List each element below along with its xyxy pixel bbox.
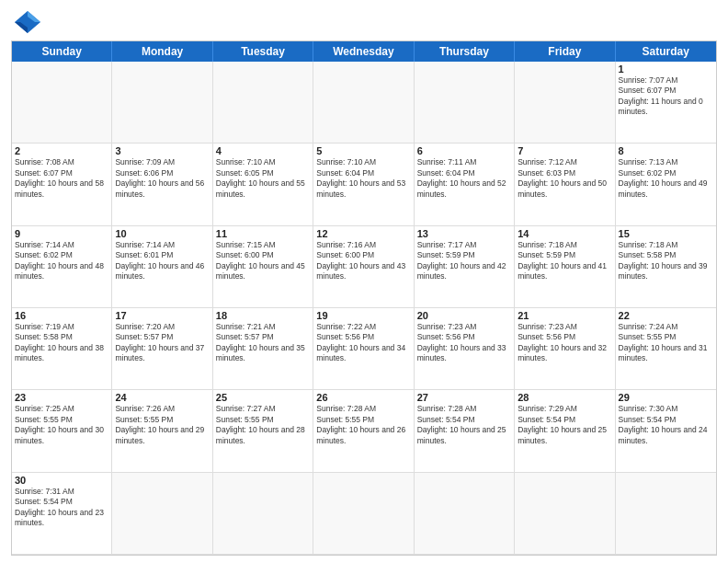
day-cell-4: 4Sunrise: 7:10 AMSunset: 6:05 PMDaylight… (213, 144, 313, 225)
day-number: 30 (15, 475, 108, 486)
day-number: 6 (417, 145, 511, 156)
logo-icon (11, 9, 44, 35)
day-cell-5: 5Sunrise: 7:10 AMSunset: 6:04 PMDaylight… (313, 144, 414, 225)
day-cell-18: 18Sunrise: 7:21 AMSunset: 5:57 PMDayligh… (213, 308, 313, 390)
day-number: 8 (619, 145, 713, 156)
cell-info: Sunrise: 7:26 AMSunset: 5:55 PMDaylight:… (115, 404, 209, 446)
cell-info: Sunrise: 7:31 AMSunset: 5:54 PMDaylight:… (15, 487, 108, 529)
cell-info: Sunrise: 7:11 AMSunset: 6:04 PMDaylight:… (417, 157, 511, 200)
day-number: 10 (115, 228, 209, 239)
cell-info: Sunrise: 7:29 AMSunset: 5:54 PMDaylight:… (518, 404, 611, 446)
day-cell-2: 2Sunrise: 7:08 AMSunset: 6:07 PMDaylight… (12, 144, 112, 225)
day-header-monday: Monday (112, 41, 212, 62)
day-number: 28 (518, 392, 611, 403)
cell-info: Sunrise: 7:16 AMSunset: 6:00 PMDaylight:… (316, 240, 410, 282)
cell-info: Sunrise: 7:14 AMSunset: 6:01 PMDaylight:… (115, 240, 209, 282)
cell-info: Sunrise: 7:23 AMSunset: 5:56 PMDaylight:… (518, 322, 611, 364)
empty-cell (415, 473, 515, 555)
day-number: 5 (316, 145, 410, 156)
day-cell-15: 15Sunrise: 7:18 AMSunset: 5:58 PMDayligh… (616, 226, 716, 308)
cell-info: Sunrise: 7:13 AMSunset: 6:02 PMDaylight:… (619, 157, 713, 200)
cell-info: Sunrise: 7:30 AMSunset: 5:54 PMDaylight:… (619, 404, 713, 446)
day-cell-9: 9Sunrise: 7:14 AMSunset: 6:02 PMDaylight… (12, 226, 112, 308)
day-number: 11 (216, 228, 310, 239)
empty-cell (313, 62, 414, 144)
day-header-saturday: Saturday (616, 41, 716, 62)
logo (11, 9, 48, 35)
cell-info: Sunrise: 7:17 AMSunset: 5:59 PMDaylight:… (417, 240, 511, 282)
day-cell-3: 3Sunrise: 7:09 AMSunset: 6:06 PMDaylight… (112, 144, 212, 225)
day-cell-17: 17Sunrise: 7:20 AMSunset: 5:57 PMDayligh… (112, 308, 212, 390)
day-number: 23 (15, 392, 108, 403)
day-cell-29: 29Sunrise: 7:30 AMSunset: 5:54 PMDayligh… (616, 390, 716, 472)
day-number: 24 (115, 392, 209, 403)
day-number: 26 (316, 392, 410, 403)
empty-cell (12, 62, 112, 144)
day-cell-14: 14Sunrise: 7:18 AMSunset: 5:59 PMDayligh… (515, 226, 615, 308)
day-number: 4 (216, 145, 310, 156)
empty-cell (313, 473, 414, 555)
cell-info: Sunrise: 7:10 AMSunset: 6:05 PMDaylight:… (216, 157, 310, 200)
cell-info: Sunrise: 7:14 AMSunset: 6:02 PMDaylight:… (15, 240, 108, 282)
empty-cell (515, 473, 615, 555)
page: SundayMondayTuesdayWednesdayThursdayFrid… (0, 0, 728, 563)
cell-info: Sunrise: 7:19 AMSunset: 5:58 PMDaylight:… (15, 322, 108, 364)
calendar: SundayMondayTuesdayWednesdayThursdayFrid… (11, 40, 717, 556)
day-cell-11: 11Sunrise: 7:15 AMSunset: 6:00 PMDayligh… (213, 226, 313, 308)
day-cell-13: 13Sunrise: 7:17 AMSunset: 5:59 PMDayligh… (415, 226, 515, 308)
day-header-tuesday: Tuesday (213, 41, 313, 62)
day-number: 20 (417, 310, 511, 321)
day-cell-26: 26Sunrise: 7:28 AMSunset: 5:55 PMDayligh… (313, 390, 414, 472)
day-number: 17 (115, 310, 209, 321)
day-number: 13 (417, 228, 511, 239)
cell-info: Sunrise: 7:21 AMSunset: 5:57 PMDaylight:… (216, 322, 310, 364)
day-cell-10: 10Sunrise: 7:14 AMSunset: 6:01 PMDayligh… (112, 226, 212, 308)
day-cell-20: 20Sunrise: 7:23 AMSunset: 5:56 PMDayligh… (415, 308, 515, 390)
cell-info: Sunrise: 7:24 AMSunset: 5:55 PMDaylight:… (619, 322, 713, 364)
day-number: 7 (518, 145, 611, 156)
day-cell-21: 21Sunrise: 7:23 AMSunset: 5:56 PMDayligh… (515, 308, 615, 390)
empty-cell (112, 62, 212, 144)
cell-info: Sunrise: 7:27 AMSunset: 5:55 PMDaylight:… (216, 404, 310, 446)
day-cell-22: 22Sunrise: 7:24 AMSunset: 5:55 PMDayligh… (616, 308, 716, 390)
day-number: 19 (316, 310, 410, 321)
empty-cell (616, 473, 716, 555)
empty-cell (515, 62, 615, 144)
cell-info: Sunrise: 7:15 AMSunset: 6:00 PMDaylight:… (216, 240, 310, 282)
cell-info: Sunrise: 7:28 AMSunset: 5:55 PMDaylight:… (316, 404, 410, 446)
empty-cell (213, 473, 313, 555)
day-number: 29 (619, 392, 713, 403)
cell-info: Sunrise: 7:20 AMSunset: 5:57 PMDaylight:… (115, 322, 209, 364)
day-number: 21 (518, 310, 611, 321)
day-cell-30: 30Sunrise: 7:31 AMSunset: 5:54 PMDayligh… (12, 473, 112, 555)
day-headers: SundayMondayTuesdayWednesdayThursdayFrid… (12, 41, 716, 62)
cell-info: Sunrise: 7:18 AMSunset: 5:59 PMDaylight:… (518, 240, 611, 282)
day-cell-28: 28Sunrise: 7:29 AMSunset: 5:54 PMDayligh… (515, 390, 615, 472)
cell-info: Sunrise: 7:18 AMSunset: 5:58 PMDaylight:… (619, 240, 713, 282)
day-header-thursday: Thursday (415, 41, 515, 62)
day-cell-1: 1Sunrise: 7:07 AMSunset: 6:07 PMDaylight… (616, 62, 716, 144)
cell-info: Sunrise: 7:22 AMSunset: 5:56 PMDaylight:… (316, 322, 410, 364)
day-cell-25: 25Sunrise: 7:27 AMSunset: 5:55 PMDayligh… (213, 390, 313, 472)
day-cell-16: 16Sunrise: 7:19 AMSunset: 5:58 PMDayligh… (12, 308, 112, 390)
day-header-sunday: Sunday (12, 41, 112, 62)
day-number: 1 (619, 63, 713, 75)
cell-info: Sunrise: 7:08 AMSunset: 6:07 PMDaylight:… (15, 157, 108, 200)
header (11, 9, 717, 35)
day-cell-23: 23Sunrise: 7:25 AMSunset: 5:55 PMDayligh… (12, 390, 112, 472)
empty-cell (415, 62, 515, 144)
cell-info: Sunrise: 7:10 AMSunset: 6:04 PMDaylight:… (316, 157, 410, 200)
empty-cell (112, 473, 212, 555)
day-number: 15 (619, 228, 713, 239)
day-number: 22 (619, 310, 713, 321)
day-number: 14 (518, 228, 611, 239)
day-number: 25 (216, 392, 310, 403)
cell-info: Sunrise: 7:09 AMSunset: 6:06 PMDaylight:… (115, 157, 209, 200)
day-cell-19: 19Sunrise: 7:22 AMSunset: 5:56 PMDayligh… (313, 308, 414, 390)
day-header-wednesday: Wednesday (313, 41, 414, 62)
day-number: 18 (216, 310, 310, 321)
day-number: 16 (15, 310, 108, 321)
day-number: 2 (15, 145, 108, 156)
day-cell-7: 7Sunrise: 7:12 AMSunset: 6:03 PMDaylight… (515, 144, 615, 225)
day-cell-27: 27Sunrise: 7:28 AMSunset: 5:54 PMDayligh… (415, 390, 515, 472)
